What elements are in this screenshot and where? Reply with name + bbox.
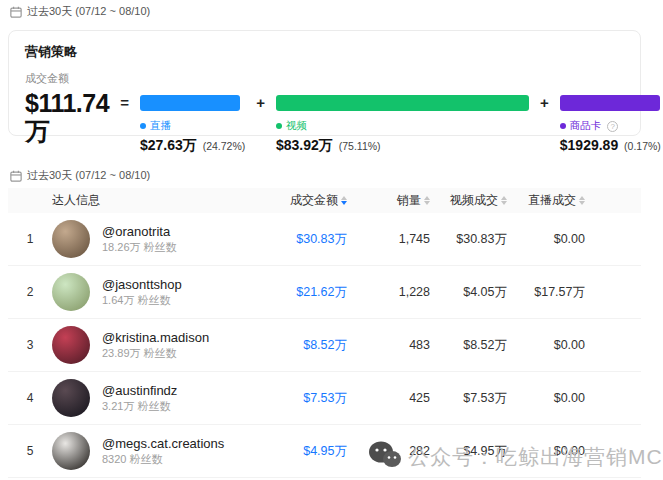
influencer-handle[interactable]: @megs.cat.creations (102, 435, 224, 452)
avatar[interactable] (52, 432, 90, 470)
rank-cell: 2 (8, 285, 52, 299)
metric-label: 成交金额 (25, 71, 624, 86)
rank-cell: 3 (8, 338, 52, 352)
analytics-dashboard: 过去30天 (07/12 ~ 08/10) 营销策略 成交金额 $111.74万… (0, 0, 663, 480)
header-gmv-label: 成交金额 (290, 192, 338, 209)
segment-percent: (0.17%) (621, 140, 661, 152)
plus-operator: + (540, 89, 549, 117)
influencer-row[interactable]: 5 @megs.cat.creations 8320 粉丝数 $4.95万 28… (8, 425, 641, 478)
video-gmv-cell: $7.53万 (430, 390, 507, 407)
avatar[interactable] (52, 220, 90, 258)
date-range-picker-top[interactable]: 过去30天 (07/12 ~ 08/10) (10, 4, 150, 19)
gmv-segment: 视频 $83.92万 (75.11%) (276, 89, 529, 155)
gmv-cell: $30.83万 (227, 231, 347, 248)
rank-cell: 4 (8, 391, 52, 405)
card-title: 营销策略 (25, 43, 624, 61)
gmv-total: $111.74万 (25, 89, 109, 145)
calendar-icon (10, 6, 22, 18)
sort-icon (579, 196, 585, 205)
video-gmv-cell: $4.95万 (430, 443, 507, 460)
segment-bar (276, 95, 529, 111)
live-gmv-cell: $0.00 (507, 338, 585, 352)
gmv-cell: $7.53万 (227, 390, 347, 407)
gmv-cell: $21.62万 (227, 284, 347, 301)
influencer-row[interactable]: 2 @jasonttshop 1.64万 粉丝数 $21.62万 1,228 $… (8, 266, 641, 319)
sales-cell: 1,228 (347, 285, 430, 299)
header-video-gmv-sort[interactable]: 视频成交 (430, 192, 507, 209)
avatar[interactable] (52, 379, 90, 417)
header-video-gmv-label: 视频成交 (450, 192, 498, 209)
date-range-label: 过去30天 (07/12 ~ 08/10) (27, 4, 150, 19)
gmv-cell: $8.52万 (227, 337, 347, 354)
equals-operator: = (120, 89, 129, 117)
sales-cell: 1,745 (347, 232, 430, 246)
segment-amount: $27.63万 (24.72%) (140, 137, 245, 155)
influencer-row[interactable]: 1 @oranotrita 18.26万 粉丝数 $30.83万 1,745 $… (8, 213, 641, 266)
segment-percent: (75.11%) (336, 140, 381, 152)
header-gmv-sort[interactable]: 成交金额 (227, 192, 347, 209)
legend-dot (560, 123, 566, 129)
header-live-gmv-label: 直播成交 (528, 192, 576, 209)
segment-amount: $83.92万 (75.11%) (276, 137, 529, 155)
header-sales-sort[interactable]: 销量 (347, 192, 430, 209)
segment-name: 视频 (286, 119, 307, 133)
follower-count: 18.26万 粉丝数 (102, 240, 177, 255)
live-gmv-cell: $17.57万 (507, 284, 585, 301)
table-header-row: 达人信息 成交金额 销量 视频成交 (8, 188, 641, 213)
influencer-handle[interactable]: @oranotrita (102, 223, 177, 240)
follower-count: 8320 粉丝数 (102, 452, 224, 467)
sales-cell: 483 (347, 338, 430, 352)
date-range-picker-table[interactable]: 过去30天 (07/12 ~ 08/10) (10, 168, 150, 183)
table-body: 1 @oranotrita 18.26万 粉丝数 $30.83万 1,745 $… (8, 213, 641, 478)
segment-amount: $1929.89 (0.17%) (560, 137, 661, 153)
sales-cell: 425 (347, 391, 430, 405)
rank-cell: 5 (8, 444, 52, 458)
influencer-handle[interactable]: @kristina.madison (102, 329, 209, 346)
rank-cell: 1 (8, 232, 52, 246)
follower-count: 23.89万 粉丝数 (102, 346, 209, 361)
calendar-icon (10, 170, 22, 182)
influencer-row[interactable]: 3 @kristina.madison 23.89万 粉丝数 $8.52万 48… (8, 319, 641, 372)
influencer-row[interactable]: 4 @austinfindz 3.21万 粉丝数 $7.53万 425 $7.5… (8, 372, 641, 425)
segment-name: 直播 (150, 119, 171, 133)
legend-dot (276, 123, 282, 129)
follower-count: 1.64万 粉丝数 (102, 293, 182, 308)
date-range-label: 过去30天 (07/12 ~ 08/10) (27, 168, 150, 183)
header-influencer-info: 达人信息 (52, 192, 227, 209)
segment-bar (560, 95, 660, 111)
follower-count: 3.21万 粉丝数 (102, 399, 177, 414)
gmv-equation: $111.74万 = 直播 $27.63万 (24.72%) + 视频 $83.… (25, 89, 624, 155)
segment-name: 商品卡 (570, 119, 602, 133)
live-gmv-cell: $0.00 (507, 444, 585, 458)
header-sales-label: 销量 (397, 192, 421, 209)
marketing-strategy-card: 营销策略 成交金额 $111.74万 = 直播 $27.63万 (24.72%)… (8, 30, 641, 136)
influencer-handle[interactable]: @jasonttshop (102, 276, 182, 293)
live-gmv-cell: $0.00 (507, 391, 585, 405)
avatar[interactable] (52, 273, 90, 311)
segment-bar (140, 95, 240, 111)
influencer-table: 达人信息 成交金额 销量 视频成交 (8, 188, 641, 478)
live-gmv-cell: $0.00 (507, 232, 585, 246)
legend-dot (140, 123, 146, 129)
video-gmv-cell: $30.83万 (430, 231, 507, 248)
gmv-segment: 商品卡 ? $1929.89 (0.17%) (560, 89, 661, 153)
header-live-gmv-sort[interactable]: 直播成交 (507, 192, 585, 209)
sales-cell: 282 (347, 444, 430, 458)
video-gmv-cell: $4.05万 (430, 284, 507, 301)
info-icon[interactable]: ? (607, 121, 618, 132)
plus-operator: + (256, 89, 265, 117)
influencer-handle[interactable]: @austinfindz (102, 382, 177, 399)
gmv-segment: 直播 $27.63万 (24.72%) (140, 89, 245, 155)
avatar[interactable] (52, 326, 90, 364)
video-gmv-cell: $8.52万 (430, 337, 507, 354)
segment-percent: (24.72%) (200, 140, 246, 152)
gmv-cell: $4.95万 (227, 443, 347, 460)
